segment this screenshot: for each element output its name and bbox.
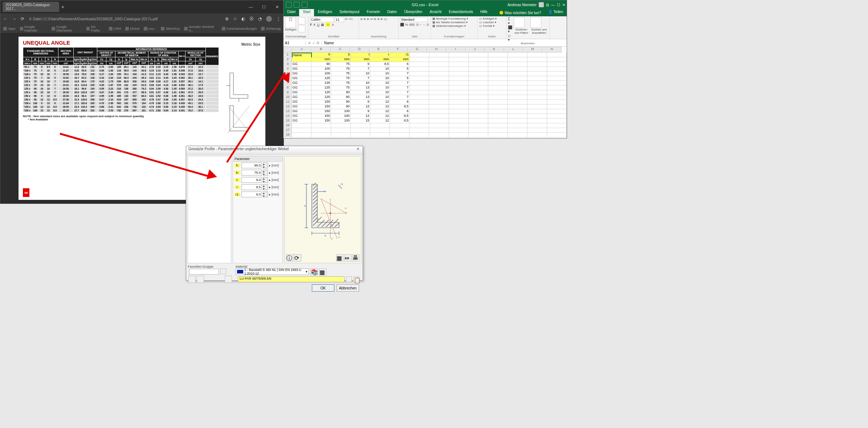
col-header[interactable]: C	[331, 47, 350, 53]
extension-icon-3[interactable]: ◔	[258, 16, 262, 21]
cell[interactable]: 90	[311, 62, 331, 67]
cell[interactable]	[370, 128, 390, 133]
close-button[interactable]: ✕	[270, 2, 284, 12]
search-icon[interactable]: ⊕	[225, 16, 229, 21]
excel-grid[interactable]: ABCDEFGHIJKLMN 1Namehbtrr12mmmmmmmmmm3GG…	[284, 47, 567, 137]
cell[interactable]: mm	[390, 57, 409, 62]
cell[interactable]	[488, 123, 508, 128]
cell[interactable]: 12	[370, 104, 390, 109]
col-header[interactable]: G	[408, 47, 427, 53]
col-header[interactable]: A	[292, 47, 311, 53]
cell[interactable]	[429, 114, 449, 119]
cell[interactable]	[429, 86, 449, 90]
cell[interactable]	[449, 100, 469, 104]
cell[interactable]	[469, 67, 488, 71]
bookmark-item[interactable]: Sicherung	[261, 27, 281, 30]
param-picker-icon[interactable]: ▸	[269, 178, 270, 182]
cell-item[interactable]: ▭ Format ▾	[479, 24, 497, 28]
cell[interactable]: 9	[351, 62, 370, 67]
undo-icon[interactable]	[294, 2, 299, 8]
cell[interactable]	[488, 53, 508, 57]
window-options-icon[interactable]: ⊟	[546, 3, 549, 7]
cell[interactable]: h	[312, 53, 331, 57]
align-right-icon[interactable]: ≡	[380, 17, 383, 21]
cell[interactable]	[351, 133, 370, 137]
cell[interactable]	[527, 95, 547, 100]
cell[interactable]: 6	[390, 100, 409, 104]
param-spinner[interactable]: ▴▾	[263, 184, 268, 190]
cell[interactable]: 100	[311, 71, 331, 76]
cell[interactable]	[527, 62, 547, 67]
cell[interactable]	[527, 90, 547, 95]
cell[interactable]: 9	[351, 100, 370, 104]
cell[interactable]: r	[371, 53, 390, 57]
cell[interactable]: r1	[390, 53, 410, 57]
align-center-icon[interactable]: ≡	[377, 17, 379, 21]
cell[interactable]: 90	[331, 95, 351, 100]
cell[interactable]	[547, 114, 567, 119]
cell[interactable]	[449, 57, 469, 62]
cell[interactable]	[409, 62, 429, 67]
italic-icon[interactable]: K	[314, 23, 316, 26]
cell[interactable]	[508, 67, 527, 71]
material-edit-icon[interactable]: ▦	[319, 268, 326, 276]
cell[interactable]	[429, 90, 449, 95]
material-lib-icon[interactable]: 📚	[310, 268, 318, 276]
row-header[interactable]: 10	[284, 95, 292, 100]
cut-icon[interactable]	[298, 17, 305, 24]
cell[interactable]	[429, 57, 449, 62]
cell[interactable]: 150	[311, 119, 331, 123]
cell[interactable]: 7	[390, 95, 409, 100]
cell[interactable]	[409, 90, 429, 95]
cell[interactable]	[449, 119, 469, 123]
cell[interactable]	[527, 53, 547, 57]
cell[interactable]: GG L90x75x9	[292, 62, 311, 67]
back-icon[interactable]: ←	[3, 16, 8, 21]
cell[interactable]	[508, 100, 527, 104]
cell[interactable]	[331, 128, 351, 133]
cell[interactable]: 90	[331, 100, 351, 104]
preview-print-icon[interactable]: 🖶	[352, 254, 359, 262]
menu-tab-entwicklertools[interactable]: Entwicklertools	[445, 9, 477, 16]
cell[interactable]	[508, 62, 527, 67]
bookmark-item[interactable]: Leo...	[144, 27, 157, 30]
cell[interactable]	[409, 57, 429, 62]
address-bar[interactable]: ① Datei | C:/Users/NiemeierA/Downloads/2…	[29, 17, 221, 21]
cell[interactable]: 12	[370, 109, 390, 114]
cell[interactable]: 12	[351, 114, 370, 119]
cell[interactable]	[449, 114, 469, 119]
cell[interactable]: 100	[311, 67, 331, 71]
cell-item[interactable]: ▭ Löschen ▾	[479, 21, 497, 24]
param-picker-icon[interactable]: ▸	[269, 193, 270, 196]
underline-icon[interactable]: U	[317, 23, 320, 26]
cell[interactable]	[449, 104, 469, 109]
bookmark-item[interactable]: Google Übersetzer	[52, 25, 82, 32]
cell[interactable]: 7	[390, 81, 409, 86]
cell[interactable]	[547, 76, 567, 81]
cell[interactable]	[527, 104, 547, 109]
menu-tab-hilfe[interactable]: Hilfe	[477, 9, 491, 16]
cell[interactable]	[508, 86, 527, 90]
cell[interactable]	[527, 133, 547, 137]
col-header[interactable]: N	[542, 47, 562, 53]
cell[interactable]	[311, 128, 331, 133]
cell[interactable]: 10	[370, 81, 390, 86]
cell[interactable]	[508, 71, 527, 76]
cell[interactable]	[429, 123, 449, 128]
cell-item[interactable]: ▭ Einfügen ▾	[479, 17, 497, 20]
cell[interactable]	[311, 123, 331, 128]
cell[interactable]	[449, 90, 469, 95]
preview-info-icon[interactable]: ⓘ	[286, 254, 293, 262]
cell[interactable]: GG L125x75x	[292, 86, 311, 90]
cell[interactable]	[469, 114, 488, 119]
cell[interactable]	[311, 133, 331, 137]
cell[interactable]: 100	[331, 109, 351, 114]
cell[interactable]	[449, 128, 469, 133]
cancel-button[interactable]: Abbrechen	[337, 284, 359, 292]
row-header[interactable]: 15	[284, 119, 292, 124]
cell[interactable]	[449, 86, 469, 90]
new-tab-button[interactable]: +	[61, 4, 64, 10]
cell[interactable]: 75	[331, 76, 351, 81]
cell[interactable]	[409, 123, 429, 128]
cell[interactable]: mm	[311, 57, 331, 62]
